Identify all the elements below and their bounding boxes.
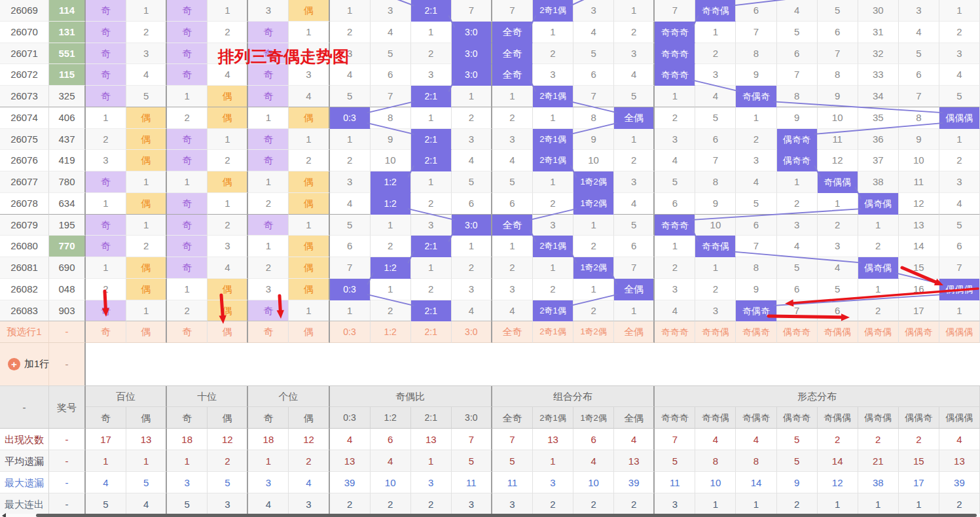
miss-count-cell: 1 [533, 257, 573, 279]
miss-count-cell: 1 [248, 171, 289, 193]
miss-count-cell: 38 [858, 171, 899, 193]
miss-count-cell: 1 [411, 171, 452, 193]
preselect-number-cell[interactable]: - [49, 321, 86, 343]
stat-value-cell: 8 [695, 450, 736, 472]
miss-count-cell: 1 [411, 257, 452, 279]
hit-cell: 偶奇偶 [858, 193, 899, 215]
stat-value-cell: 7 [492, 429, 533, 450]
miss-count-cell: 1 [614, 300, 655, 322]
miss-count-cell: 5 [614, 215, 655, 236]
stat-value-cell: 3 [411, 472, 452, 493]
stat-value-cell: 39 [939, 472, 980, 493]
miss-count-cell: 2 [573, 300, 614, 322]
preselect-cell[interactable]: 偶奇偶 [858, 321, 899, 343]
stat-value-cell: 11 [655, 472, 695, 493]
preselect-cell[interactable]: 偶 [126, 321, 167, 343]
hit-cell: 偶 [126, 107, 167, 129]
stat-value-cell: 13 [126, 429, 167, 450]
hit-cell: 奇 [167, 43, 208, 65]
miss-count-cell: 6 [818, 300, 858, 322]
miss-count-cell: 4 [452, 150, 492, 171]
stat-value-cell: 2 [614, 493, 655, 515]
hit-cell: 奇奇奇 [655, 43, 695, 65]
stat-value-cell: 2 [818, 429, 858, 450]
miss-count-cell: 4 [655, 150, 695, 171]
miss-count-cell: 1 [208, 129, 248, 151]
stat-value-cell: 17 [86, 429, 126, 450]
miss-count-cell: 6 [736, 215, 776, 236]
miss-count-cell: 2 [86, 129, 126, 151]
preselect-cell[interactable]: 偶 [208, 321, 248, 343]
miss-count-cell: 1 [736, 107, 776, 129]
preselect-cell[interactable]: 1奇2偶 [573, 321, 614, 343]
stat-value-cell: 21 [858, 450, 899, 472]
horizontal-scrollbar[interactable] [0, 514, 980, 517]
miss-count-cell: 7 [777, 300, 818, 322]
hit-cell: 2奇1偶 [533, 129, 573, 151]
stats-sub-header: 2:1 [411, 407, 452, 429]
stat-value-cell: 7 [452, 429, 492, 450]
stats-sub-header: 奇奇偶 [695, 407, 736, 429]
hit-cell: 2奇1偶 [533, 150, 573, 171]
miss-count-cell: 6 [330, 236, 371, 257]
preselect-row-label: 预选行1 [0, 321, 49, 343]
draw-number-cell: 115 [49, 64, 86, 86]
hit-cell: 全偶 [614, 279, 655, 300]
miss-count-cell: 6 [492, 193, 533, 215]
miss-count-cell: 9 [818, 86, 858, 107]
miss-count-cell: 3 [452, 279, 492, 300]
miss-count-cell: 6 [695, 129, 736, 151]
preselect-cell[interactable]: 奇 [248, 321, 289, 343]
miss-count-cell: 7 [573, 86, 614, 107]
preselect-cell[interactable]: 2奇1偶 [533, 321, 573, 343]
hit-cell: 奇 [248, 22, 289, 43]
stat-value-cell: 10 [695, 472, 736, 493]
preselect-cell[interactable]: 偶偶偶 [939, 321, 980, 343]
stat-value-cell: 15 [899, 450, 939, 472]
miss-count-cell: 2 [533, 279, 573, 300]
miss-count-cell: 4 [939, 64, 980, 86]
scroll-left-icon[interactable] [2, 513, 6, 517]
miss-count-cell: 10 [573, 150, 614, 171]
preselect-cell[interactable]: 2:1 [411, 321, 452, 343]
preselect-cell[interactable]: 奇偶奇 [736, 321, 776, 343]
add-row-button[interactable]: +加1行 [8, 358, 49, 370]
hit-cell: 2:1 [411, 0, 452, 22]
miss-count-cell: 8 [899, 107, 939, 129]
hit-cell: 全偶 [614, 107, 655, 129]
stats-sub-header: 偶 [208, 407, 248, 429]
stat-value-cell: 2 [371, 493, 411, 515]
stats-group-header: 百位 [86, 386, 167, 407]
miss-count-cell: 7 [736, 22, 776, 43]
preselect-cell[interactable]: 偶奇奇 [777, 321, 818, 343]
miss-count-cell: 2 [411, 43, 452, 65]
miss-count-cell: 1 [167, 86, 208, 107]
preselect-cell[interactable]: 1:2 [371, 321, 411, 343]
preselect-cell[interactable]: 全奇 [492, 321, 533, 343]
scrollbar-thumb[interactable] [36, 514, 977, 517]
hit-cell: 奇偶奇 [736, 86, 776, 107]
preselect-cell[interactable]: 奇奇偶 [695, 321, 736, 343]
miss-count-cell: 2 [695, 43, 736, 65]
hit-cell: 偶 [126, 129, 167, 151]
miss-count-cell: 2 [289, 43, 329, 65]
stat-value-cell: 10 [371, 472, 411, 493]
preselect-cell[interactable]: 奇 [167, 321, 208, 343]
preselect-cell[interactable]: 3:0 [452, 321, 492, 343]
miss-count-cell: 4 [573, 22, 614, 43]
miss-count-cell: 1 [330, 0, 371, 22]
miss-count-cell: 9 [899, 129, 939, 151]
hit-cell: 2:1 [411, 150, 452, 171]
miss-count-cell: 7 [939, 257, 980, 279]
preselect-cell[interactable]: 全偶 [614, 321, 655, 343]
preselect-cell[interactable]: 偶 [289, 321, 329, 343]
preselect-cell[interactable]: 奇 [86, 321, 126, 343]
miss-count-cell: 3 [248, 279, 289, 300]
preselect-cell[interactable]: 偶偶奇 [899, 321, 939, 343]
preselect-cell[interactable]: 奇偶偶 [818, 321, 858, 343]
preselect-cell[interactable]: 奇奇奇 [655, 321, 695, 343]
miss-count-cell: 1 [86, 257, 126, 279]
miss-count-cell: 2 [126, 236, 167, 257]
preselect-cell[interactable]: 0:3 [330, 321, 371, 343]
miss-count-cell: 3 [330, 43, 371, 65]
